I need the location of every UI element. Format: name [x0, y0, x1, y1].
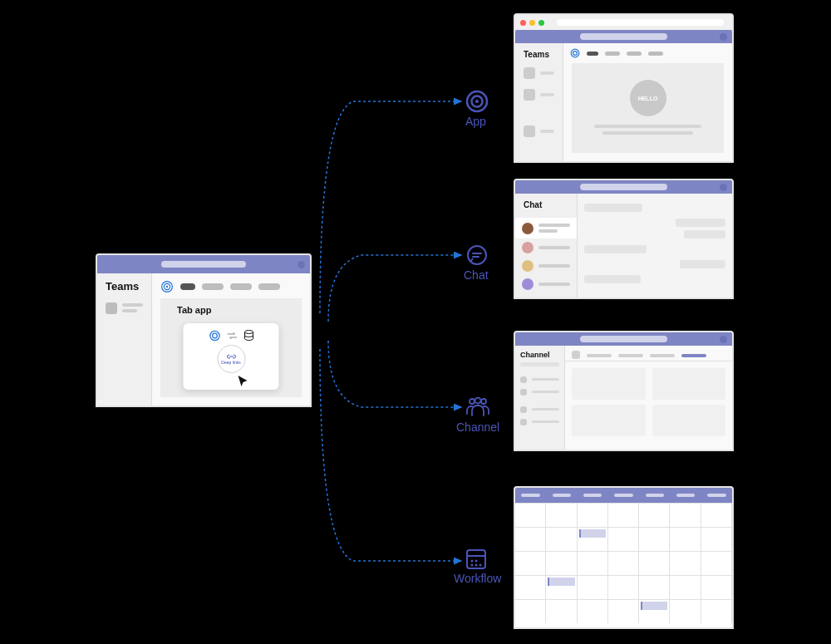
window-titlebar [515, 30, 732, 43]
sidebar-item-icon [106, 302, 117, 314]
mac-traffic-lights [520, 20, 544, 26]
svg-point-19 [471, 560, 474, 563]
titlebar-avatar-icon [297, 261, 305, 268]
channel-window: Channel [514, 331, 734, 451]
sidebar-title: Teams [97, 273, 151, 296]
tab-strip [152, 273, 310, 293]
calendar-event [548, 578, 574, 586]
calendar-event [641, 602, 667, 610]
channel-destination-label: Channel [456, 420, 499, 434]
channel-destination-icon [465, 397, 490, 419]
tab [180, 283, 195, 290]
chat-bubble [680, 260, 725, 268]
source-window: Teams Tab app [96, 253, 312, 407]
tab-content: Tab app Deep links [160, 298, 302, 397]
tab [258, 283, 280, 290]
chat-bubble [684, 230, 725, 238]
hello-badge: HELLO [630, 80, 666, 116]
svg-point-4 [212, 333, 217, 338]
window-titlebar [515, 180, 732, 194]
channel-tabs [565, 346, 732, 361]
calendar-event [579, 529, 606, 538]
tab [202, 283, 224, 290]
chat-bubble [584, 204, 642, 212]
database-icon [243, 330, 253, 342]
tab [230, 283, 252, 290]
workflow-destination-label: Workflow [454, 572, 501, 585]
svg-point-10 [573, 52, 578, 56]
deep-links-button[interactable]: Deep links [217, 345, 245, 373]
chat-list-item [515, 218, 577, 238]
card-spiral-icon [209, 330, 220, 342]
tab-app-label: Tab app [160, 298, 302, 322]
app-destination-icon [465, 90, 489, 113]
chat-list-item [515, 257, 577, 275]
sidebar-item [97, 296, 151, 320]
svg-point-16 [481, 399, 486, 404]
channel-board [565, 361, 732, 450]
chat-bubble [584, 245, 647, 253]
connector-arrows [312, 46, 478, 627]
chat-list-item [515, 275, 577, 293]
chat-destination-label: Chat [464, 268, 489, 282]
window-titlebar [97, 255, 310, 273]
app-destination-label: App [465, 115, 486, 128]
chat-bubble [584, 275, 641, 283]
source-sidebar: Teams [97, 273, 152, 406]
exchange-arrows-icon [227, 332, 237, 339]
svg-point-9 [571, 49, 579, 57]
workflow-destination-icon [465, 548, 487, 570]
svg-point-14 [470, 399, 475, 404]
titlebar-avatar-icon [720, 33, 727, 41]
chat-window: Chat [514, 179, 734, 299]
app-window: Teams HELLO [514, 13, 734, 163]
link-icon [226, 354, 236, 359]
chat-bubble [676, 219, 725, 227]
calendar-grid [515, 503, 732, 623]
svg-point-21 [471, 564, 474, 567]
titlebar-search-placeholder [161, 261, 246, 268]
channel-sidebar: Channel [515, 346, 565, 450]
app-spiral-icon [570, 48, 580, 58]
source-main: Tab app Deep links [152, 273, 310, 406]
app-content: HELLO [572, 63, 724, 153]
svg-point-15 [475, 398, 481, 404]
deep-links-label: Deep links [221, 360, 240, 365]
svg-point-2 [166, 286, 168, 288]
chat-list-item [515, 238, 577, 257]
svg-point-3 [209, 331, 219, 340]
svg-point-5 [244, 331, 253, 334]
calendar-header [515, 488, 732, 503]
svg-point-8 [475, 100, 479, 103]
workflow-window [514, 486, 734, 629]
svg-point-20 [475, 560, 478, 563]
app-spiral-icon [160, 280, 174, 293]
chat-destination-icon [465, 243, 489, 267]
svg-point-23 [479, 564, 482, 567]
titlebar-search-placeholder [580, 33, 666, 40]
svg-point-22 [475, 564, 478, 567]
tab-app-card: Deep links [184, 323, 279, 390]
cursor-pointer-icon [238, 375, 249, 388]
window-titlebar [515, 332, 732, 346]
